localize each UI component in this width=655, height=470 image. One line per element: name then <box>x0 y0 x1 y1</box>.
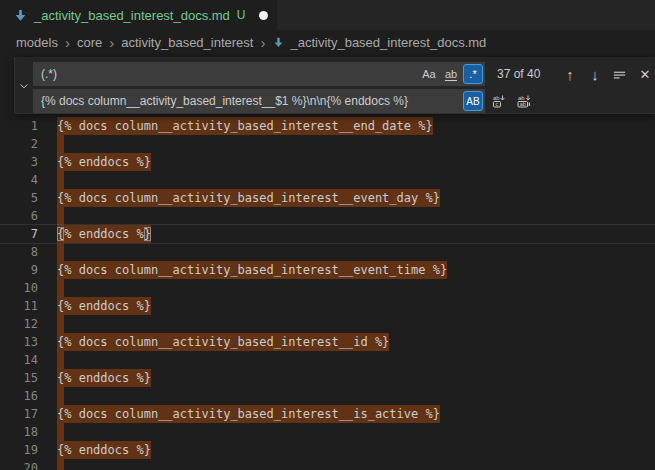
line-number[interactable]: 15 <box>0 369 38 387</box>
breadcrumb-item-core[interactable]: core <box>77 35 102 50</box>
line-content <box>57 387 64 405</box>
search-match-highlight-empty <box>57 459 64 470</box>
line-number[interactable]: 13 <box>0 333 38 351</box>
tab-filename: _activity_based_interest_docs.md <box>34 8 230 23</box>
editor-line[interactable]: 18 <box>0 423 655 441</box>
line-number[interactable]: 20 <box>0 459 38 470</box>
markdown-file-icon <box>272 36 285 49</box>
find-input[interactable]: (.*) Aa ab .* <box>33 62 485 86</box>
line-content: {% enddocs %} <box>57 153 151 171</box>
editor-line[interactable]: 19{% enddocs %} <box>0 441 655 459</box>
editor-line[interactable]: 10 <box>0 279 655 297</box>
replace-all-icon: ab ab <box>516 93 532 109</box>
find-query: (.*) <box>41 67 419 81</box>
line-number[interactable]: 4 <box>0 171 38 189</box>
editor-line[interactable]: 16 <box>0 387 655 405</box>
line-number[interactable]: 6 <box>0 207 38 225</box>
previous-match-button[interactable]: ↑ <box>560 64 580 84</box>
editor-line[interactable]: 17{% docs column__activity_based_interes… <box>0 405 655 423</box>
editor-line[interactable]: 4 <box>0 171 655 189</box>
whole-word-toggle[interactable]: ab <box>441 64 461 84</box>
line-content: {% docs column__activity_based_interest_… <box>57 333 389 351</box>
search-match-highlight: {% docs column__activity_based_interest_… <box>57 261 447 279</box>
line-content: {% enddocs %} <box>57 297 151 315</box>
line-content: {% enddocs %} <box>57 369 151 387</box>
editor-line[interactable]: 12 <box>0 315 655 333</box>
find-replace-widget: (.*) Aa ab .* 37 of 40 ↑ ↓ ✕ {% docs col… <box>14 57 655 114</box>
editor-line[interactable]: 11{% enddocs %} <box>0 297 655 315</box>
line-number[interactable]: 12 <box>0 315 38 333</box>
search-match-highlight-empty <box>57 243 64 261</box>
line-content <box>57 243 64 261</box>
search-match-highlight-empty <box>57 171 64 189</box>
editor-line[interactable]: 8 <box>0 243 655 261</box>
match-case-toggle[interactable]: Aa <box>419 64 439 84</box>
close-find-widget-button[interactable]: ✕ <box>635 64 655 84</box>
editor-lines: 1{% docs column__activity_based_interest… <box>0 117 655 470</box>
line-content <box>57 135 64 153</box>
markdown-file-icon <box>13 8 28 23</box>
search-match-highlight: {% enddocs %} <box>57 297 151 315</box>
line-number[interactable]: 8 <box>0 243 38 261</box>
line-number[interactable]: 3 <box>0 153 38 171</box>
chevron-right-icon: › <box>65 35 70 50</box>
git-status-badge: U <box>237 8 246 22</box>
line-number[interactable]: 17 <box>0 405 38 423</box>
tab-activity-based-interest-docs[interactable]: _activity_based_interest_docs.md U <box>0 0 277 30</box>
editor-line[interactable]: 9{% docs column__activity_based_interest… <box>0 261 655 279</box>
breadcrumb-item-file[interactable]: _activity_based_interest_docs.md <box>272 35 486 50</box>
line-number[interactable]: 16 <box>0 387 38 405</box>
line-number[interactable]: 7 <box>0 225 38 243</box>
chevron-down-icon <box>18 80 30 92</box>
editor-line[interactable]: 15{% enddocs %} <box>0 369 655 387</box>
editor-line[interactable]: 6 <box>0 207 655 225</box>
line-content: {% docs column__activity_based_interest_… <box>57 189 440 207</box>
line-number[interactable]: 10 <box>0 279 38 297</box>
line-number[interactable]: 19 <box>0 441 38 459</box>
preserve-case-toggle[interactable]: AB <box>463 91 483 111</box>
replace-all-button[interactable]: ab ab <box>514 91 534 111</box>
editor-line[interactable]: 5{% docs column__activity_based_interest… <box>0 189 655 207</box>
editor-line[interactable]: 2 <box>0 135 655 153</box>
matching-bracket: { <box>57 227 64 241</box>
replace-button[interactable]: ab c <box>489 91 509 111</box>
line-number[interactable]: 18 <box>0 423 38 441</box>
editor-line[interactable]: 3{% enddocs %} <box>0 153 655 171</box>
chevron-right-icon: › <box>260 35 265 50</box>
line-content <box>57 207 64 225</box>
line-number[interactable]: 1 <box>0 117 38 135</box>
svg-text:c: c <box>496 101 499 107</box>
line-content <box>57 315 64 333</box>
regex-toggle[interactable]: .* <box>463 64 483 84</box>
svg-text:ab: ab <box>493 95 500 101</box>
editor-line[interactable]: 20 <box>0 459 655 470</box>
line-number[interactable]: 14 <box>0 351 38 369</box>
search-match-highlight: {% docs column__activity_based_interest_… <box>57 333 389 351</box>
line-number[interactable]: 2 <box>0 135 38 153</box>
search-match-highlight-empty <box>57 207 64 225</box>
editor-line[interactable]: 13{% docs column__activity_based_interes… <box>0 333 655 351</box>
editor-line[interactable]: 14 <box>0 351 655 369</box>
line-content: {% docs column__activity_based_interest_… <box>57 117 433 135</box>
search-match-highlight: {% enddocs %} <box>57 369 151 387</box>
search-match-highlight-empty <box>57 423 64 441</box>
replace-input[interactable]: {% docs column__activity_based_interest_… <box>33 89 485 113</box>
line-number[interactable]: 5 <box>0 189 38 207</box>
vscode-editor-window: _activity_based_interest_docs.md U model… <box>0 0 655 470</box>
line-content: {% docs column__activity_based_interest_… <box>57 405 440 423</box>
line-number[interactable]: 9 <box>0 261 38 279</box>
editor-line[interactable]: 1{% docs column__activity_based_interest… <box>0 117 655 135</box>
search-match-highlight-empty <box>57 135 64 153</box>
editor-line[interactable]: 7{% enddocs %} <box>0 225 655 243</box>
modified-indicator-dot[interactable] <box>259 11 268 20</box>
breadcrumb-item-activity-based-interest[interactable]: activity_based_interest <box>121 35 253 50</box>
next-match-button[interactable]: ↓ <box>585 64 605 84</box>
line-number[interactable]: 11 <box>0 297 38 315</box>
toggle-replace-chevron[interactable] <box>15 57 33 114</box>
line-content: {% docs column__activity_based_interest_… <box>57 261 447 279</box>
search-match-highlight: {% docs column__activity_based_interest_… <box>57 405 440 423</box>
line-content <box>57 171 64 189</box>
search-match-highlight: {% docs column__activity_based_interest_… <box>57 117 433 135</box>
breadcrumb-item-models[interactable]: models <box>16 35 58 50</box>
find-in-selection-button[interactable] <box>609 64 629 84</box>
